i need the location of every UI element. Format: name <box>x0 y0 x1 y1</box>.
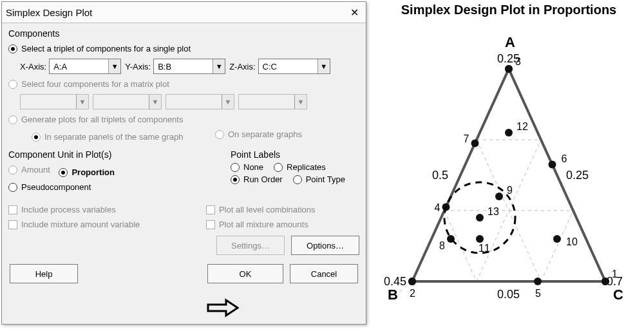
svg-point-30 <box>549 161 556 169</box>
chevron-down-icon: ▼ <box>149 95 161 109</box>
unit-pseudo-label: Pseudocomponent <box>21 182 91 192</box>
radio-all-panels-label: In separate panels of the same graph <box>44 132 183 142</box>
radio-pl-replicates[interactable]: Replicates <box>274 162 326 172</box>
svg-text:4: 4 <box>435 202 440 213</box>
svg-text:0.25: 0.25 <box>566 169 589 182</box>
radio-triplet[interactable]: Select a triplet of components for a sin… <box>8 44 191 53</box>
help-button[interactable]: Help <box>10 264 78 283</box>
x-axis-label: X-Axis: <box>20 62 46 71</box>
unit-amount-label: Amount <box>21 165 50 175</box>
svg-point-32 <box>471 140 479 147</box>
svg-text:7: 7 <box>464 133 469 144</box>
pl-pt-label: Point Type <box>306 175 345 184</box>
radio-triplet-dot <box>8 44 17 53</box>
radio-triplet-label: Select a triplet of components for a sin… <box>21 44 191 53</box>
check-mix-amount: Include mixture amount variable <box>8 220 140 229</box>
titlebar: Simplex Design Plot ✕ <box>2 2 366 23</box>
svg-text:C: C <box>613 287 623 303</box>
z-axis-field: Z-Axis: C:C ▼ <box>229 59 330 74</box>
svg-text:A: A <box>505 34 515 50</box>
ternary-svg: A0.25B0.45C0.70.50.250.05123456789101112… <box>374 17 644 326</box>
radio-all-dot <box>8 115 17 124</box>
svg-text:13: 13 <box>488 206 499 217</box>
radio-all-label: Generate plots for all triplets of compo… <box>21 115 183 124</box>
pl-run-label: Run Order <box>243 175 283 184</box>
z-axis-value: C:C <box>259 62 317 71</box>
simplex-plot: Simplex Design Plot in Proportions A0.25… <box>374 0 644 331</box>
plot-title: Simplex Design Plot in Proportions <box>374 3 644 17</box>
chevron-down-icon: ▼ <box>222 95 234 109</box>
svg-point-20 <box>601 278 609 285</box>
radio-all-graphs-dot <box>215 130 224 139</box>
svg-text:10: 10 <box>566 236 578 247</box>
y-axis-field: Y-Axis: B:B ▼ <box>125 59 225 74</box>
radio-unit-proportion[interactable]: Proportion <box>59 167 114 177</box>
svg-point-44 <box>476 214 484 222</box>
chk-amt-label: Plot all mixture amounts <box>219 220 308 229</box>
four-dd-3: ▼ <box>166 94 234 109</box>
svg-text:0.5: 0.5 <box>432 169 448 182</box>
dialog-title: Simplex Design Plot <box>6 7 92 18</box>
chevron-down-icon: ▼ <box>108 59 120 73</box>
chevron-down-icon: ▼ <box>294 95 307 109</box>
z-axis-dropdown[interactable]: C:C ▼ <box>258 59 330 74</box>
radio-unit-pseudo[interactable]: Pseudocomponent <box>8 182 91 192</box>
x-axis-value: A:A <box>50 62 108 71</box>
unit-title: Component Unit in Plot(s) <box>8 149 205 160</box>
ok-button[interactable]: OK <box>207 264 283 283</box>
radio-pl-none[interactable]: None <box>231 162 263 172</box>
chk-mix-label: Include mixture amount variable <box>21 220 140 229</box>
pl-rep-label: Replicates <box>287 162 326 172</box>
x-axis-dropdown[interactable]: A:A ▼ <box>49 59 121 74</box>
radio-four[interactable]: Select four components for a matrix plot <box>8 79 169 89</box>
y-axis-value: B:B <box>154 62 213 71</box>
svg-point-36 <box>495 193 503 200</box>
radio-unit-amount[interactable]: Amount <box>8 165 50 175</box>
z-axis-label: Z-Axis: <box>229 62 255 71</box>
radio-all-graphs: On separate graphs <box>215 129 302 139</box>
svg-text:6: 6 <box>562 153 567 164</box>
radio-four-dot <box>8 80 17 89</box>
svg-point-24 <box>505 65 513 73</box>
settings-button: Settings… <box>216 236 285 255</box>
cancel-button[interactable]: Cancel <box>290 264 358 283</box>
svg-text:8: 8 <box>439 240 445 251</box>
radio-all-graphs-label: On separate graphs <box>228 129 302 139</box>
four-dd-1: ▼ <box>20 94 89 109</box>
svg-text:1: 1 <box>612 269 618 279</box>
svg-point-28 <box>534 278 542 285</box>
svg-text:3: 3 <box>515 56 521 67</box>
pl-none-label: None <box>243 162 263 172</box>
svg-point-40 <box>476 235 484 243</box>
radio-four-label: Select four components for a matrix plot <box>21 79 169 89</box>
unit-section: Component Unit in Plot(s) Amount Proport… <box>8 149 205 194</box>
svg-text:12: 12 <box>516 121 528 132</box>
components-section: Components Select a triplet of component… <box>8 28 359 144</box>
svg-line-4 <box>444 211 477 281</box>
radio-all[interactable]: Generate plots for all triplets of compo… <box>8 115 183 124</box>
radio-pl-pointtype[interactable]: Point Type <box>293 175 345 184</box>
four-dd-2: ▼ <box>93 94 162 109</box>
chk-proc-label: Include process variables <box>21 205 116 214</box>
options-button[interactable]: Options… <box>291 236 359 255</box>
radio-all-panels: In separate panels of the same graph <box>32 132 183 142</box>
unit-proportion-label: Proportion <box>71 167 114 177</box>
point-labels-title: Point Labels <box>231 149 359 160</box>
y-axis-label: Y-Axis: <box>125 62 151 71</box>
four-dd-4: ▼ <box>238 94 307 109</box>
chevron-down-icon: ▼ <box>317 59 330 73</box>
svg-point-22 <box>408 278 416 285</box>
svg-text:B: B <box>388 287 398 303</box>
components-label: Components <box>8 28 359 39</box>
arrow-callout-icon <box>207 298 239 317</box>
svg-text:9: 9 <box>507 185 513 196</box>
svg-point-42 <box>505 129 513 137</box>
chk-lvl-label: Plot all level combinations <box>219 205 316 214</box>
radio-pl-runorder[interactable]: Run Order <box>231 175 283 184</box>
svg-text:0.45: 0.45 <box>384 275 406 288</box>
close-icon[interactable]: ✕ <box>346 5 362 20</box>
y-axis-dropdown[interactable]: B:B ▼ <box>153 59 225 74</box>
radio-all-panels-dot <box>32 133 41 142</box>
check-levels: Plot all level combinations <box>206 205 316 214</box>
point-labels-section: Point Labels None Replicates Run Order P… <box>231 149 359 194</box>
